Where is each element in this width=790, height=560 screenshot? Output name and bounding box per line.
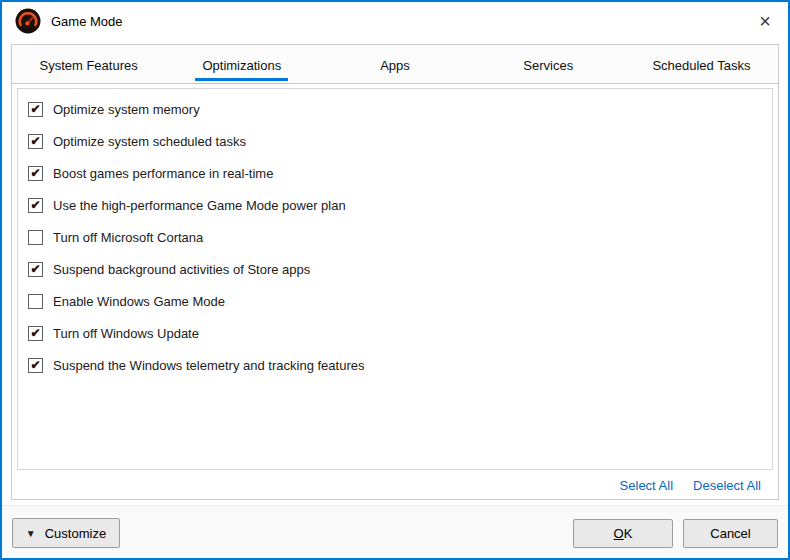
tab-optimizations[interactable]: Optimizations <box>165 45 318 83</box>
checkbox-label: Optimize system scheduled tasks <box>53 134 246 149</box>
customize-button-label: Customize <box>45 526 106 541</box>
checkbox-label: Turn off Windows Update <box>53 326 199 341</box>
optimizations-list: ✔ Optimize system memory ✔ Optimize syst… <box>17 88 773 470</box>
list-item: ✔ Use the high-performance Game Mode pow… <box>28 189 772 221</box>
checkbox-suspend-store-apps[interactable]: ✔ <box>28 262 43 277</box>
tab-label: Optimizations <box>195 47 288 81</box>
checkbox-label: Optimize system memory <box>53 102 200 117</box>
tab-apps[interactable]: Apps <box>318 45 471 83</box>
bottom-bar: ▼ Customize OK Cancel <box>2 505 788 558</box>
window-title: Game Mode <box>51 14 123 29</box>
checkbox-optimize-scheduled-tasks[interactable]: ✔ <box>28 134 43 149</box>
game-mode-dialog: Game Mode × System Features Optimization… <box>0 0 790 560</box>
title-bar: Game Mode × <box>2 2 788 40</box>
checkbox-label: Use the high-performance Game Mode power… <box>53 198 346 213</box>
checkbox-label: Suspend background activities of Store a… <box>53 262 310 277</box>
checkbox-optimize-system-memory[interactable]: ✔ <box>28 102 43 117</box>
checkbox-label: Boost games performance in real-time <box>53 166 273 181</box>
deselect-all-link[interactable]: Deselect All <box>693 478 761 493</box>
list-item: Enable Windows Game Mode <box>28 285 772 317</box>
checkbox-label: Suspend the Windows telemetry and tracki… <box>53 358 364 373</box>
select-all-link[interactable]: Select All <box>620 478 673 493</box>
list-item: ✔ Suspend background activities of Store… <box>28 253 772 285</box>
list-item: ✔ Boost games performance in real-time <box>28 157 772 189</box>
cancel-button-label: Cancel <box>710 526 750 541</box>
tab-label: Apps <box>373 47 417 81</box>
list-item: ✔ Suspend the Windows telemetry and trac… <box>28 349 772 381</box>
checkbox-turn-off-cortana[interactable] <box>28 230 43 245</box>
dropdown-arrow-icon: ▼ <box>26 528 36 539</box>
cancel-button[interactable]: Cancel <box>683 519 778 548</box>
close-button[interactable]: × <box>752 8 778 34</box>
close-icon: × <box>759 11 771 31</box>
selection-link-bar: Select All Deselect All <box>17 471 773 499</box>
tab-strip: System Features Optimizations Apps Servi… <box>12 45 778 84</box>
checkbox-suspend-telemetry[interactable]: ✔ <box>28 358 43 373</box>
list-item: ✔ Turn off Windows Update <box>28 317 772 349</box>
list-item: Turn off Microsoft Cortana <box>28 221 772 253</box>
checkbox-high-performance-power-plan[interactable]: ✔ <box>28 198 43 213</box>
tab-label: Scheduled Tasks <box>645 47 757 81</box>
tab-label: System Features <box>32 47 144 81</box>
ok-button[interactable]: OK <box>573 519 673 548</box>
tab-system-features[interactable]: System Features <box>12 45 165 83</box>
ok-button-label: OK <box>614 526 633 541</box>
list-item: ✔ Optimize system scheduled tasks <box>28 125 772 157</box>
tab-scheduled-tasks[interactable]: Scheduled Tasks <box>625 45 778 83</box>
customize-button[interactable]: ▼ Customize <box>12 518 120 548</box>
checkbox-turn-off-windows-update[interactable]: ✔ <box>28 326 43 341</box>
tab-label: Services <box>516 47 580 81</box>
checkbox-label: Turn off Microsoft Cortana <box>53 230 203 245</box>
tab-services[interactable]: Services <box>472 45 625 83</box>
game-mode-app-icon <box>15 8 41 34</box>
tab-control: System Features Optimizations Apps Servi… <box>11 44 779 500</box>
checkbox-label: Enable Windows Game Mode <box>53 294 225 309</box>
list-item: ✔ Optimize system memory <box>28 93 772 125</box>
checkbox-enable-windows-game-mode[interactable] <box>28 294 43 309</box>
checkbox-boost-games-performance[interactable]: ✔ <box>28 166 43 181</box>
